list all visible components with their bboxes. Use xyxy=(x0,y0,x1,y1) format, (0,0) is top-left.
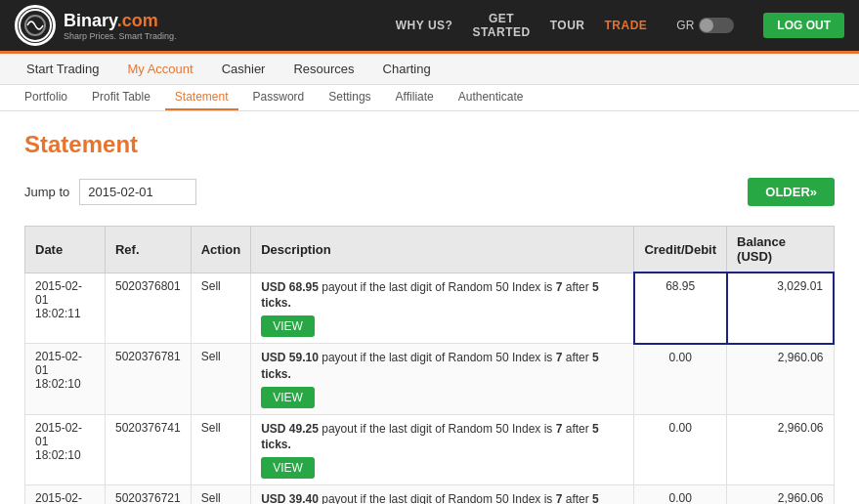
cell-description: USD 49.25 payout if the last digit of Ra… xyxy=(251,414,634,485)
col-description: Description xyxy=(251,227,634,273)
sub-nav-items: Portfolio Profit Table Statement Passwor… xyxy=(15,85,844,110)
cell-balance: 3,029.01 xyxy=(727,273,834,344)
nav-get-started[interactable]: GETSTARTED xyxy=(472,12,530,40)
cell-action: Sell xyxy=(191,344,250,415)
table-row: 2015-02-0118:02:10 5020376741 Sell USD 4… xyxy=(25,414,835,485)
logo-text: Binary.com Sharp Prices. Smart Trading. xyxy=(64,11,177,41)
jump-label: Jump to xyxy=(24,185,69,199)
col-ref: Ref. xyxy=(105,227,191,273)
desc-amount: USD 68.95 xyxy=(261,280,319,294)
nav-start-trading[interactable]: Start Trading xyxy=(15,54,110,84)
cell-date: 2015-02-0118:02:11 xyxy=(25,273,106,344)
content-area: Statement Jump to OLDER» Date Ref. Actio… xyxy=(0,111,859,504)
sub-nav-affiliate[interactable]: Affiliate xyxy=(386,85,444,110)
header: Binary.com Sharp Prices. Smart Trading. … xyxy=(0,0,859,51)
cell-credit: 0.00 xyxy=(634,414,727,485)
nav-resources[interactable]: Resources xyxy=(281,54,365,84)
jump-bar: Jump to OLDER» xyxy=(24,178,835,206)
cell-action: Sell xyxy=(191,273,250,344)
main-nav-items: Start Trading My Account Cashier Resourc… xyxy=(15,54,844,84)
view-button[interactable]: VIEW xyxy=(261,315,315,337)
cell-ref: 5020376741 xyxy=(105,414,191,485)
language-toggle: GR xyxy=(676,18,734,33)
toggle-knob xyxy=(700,19,713,32)
desc-amount: USD 49.25 xyxy=(261,422,319,436)
cell-balance: 2,960.06 xyxy=(727,344,834,415)
nav-why-us[interactable]: WHY US? xyxy=(396,19,453,32)
cell-credit: 0.00 xyxy=(634,485,727,504)
cell-balance: 2,960.06 xyxy=(727,485,834,504)
logo-area: Binary.com Sharp Prices. Smart Trading. xyxy=(15,5,177,46)
view-button[interactable]: VIEW xyxy=(261,457,315,479)
logo-icon xyxy=(15,5,56,46)
cell-description: USD 59.10 payout if the last digit of Ra… xyxy=(251,344,634,415)
cell-date: 2015-02-0118:02:10 xyxy=(25,485,106,504)
sub-nav-password[interactable]: Password xyxy=(243,85,315,110)
cell-ref: 5020376721 xyxy=(105,485,191,504)
nav-cashier[interactable]: Cashier xyxy=(210,54,278,84)
statement-table: Date Ref. Action Description Credit/Debi… xyxy=(24,226,835,504)
table-row: 2015-02-0118:02:10 5020376721 Sell USD 3… xyxy=(25,485,835,504)
sub-nav-profit-table[interactable]: Profit Table xyxy=(82,85,160,110)
cell-action: Sell xyxy=(191,414,250,485)
cell-date: 2015-02-0118:02:10 xyxy=(25,414,106,485)
table-row: 2015-02-0118:02:10 5020376781 Sell USD 5… xyxy=(25,344,835,415)
col-credit-debit: Credit/Debit xyxy=(634,227,727,273)
desc-amount: USD 39.40 xyxy=(261,492,319,504)
older-button[interactable]: OLDER» xyxy=(748,178,835,206)
col-date: Date xyxy=(25,227,106,273)
nav-my-account[interactable]: My Account xyxy=(115,54,204,84)
sub-nav-statement[interactable]: Statement xyxy=(165,85,238,110)
sub-nav: Portfolio Profit Table Statement Passwor… xyxy=(0,85,859,111)
page-title: Statement xyxy=(24,131,835,158)
lang-switch[interactable] xyxy=(699,18,734,33)
jump-input[interactable] xyxy=(79,179,196,205)
cell-balance: 2,960.06 xyxy=(727,414,834,485)
cell-ref: 5020376801 xyxy=(105,273,191,344)
cell-credit: 68.95 xyxy=(634,273,727,344)
sub-nav-portfolio[interactable]: Portfolio xyxy=(15,85,77,110)
nav-charting[interactable]: Charting xyxy=(371,54,443,84)
logout-button[interactable]: LOG OUT xyxy=(763,13,844,38)
cell-ref: 5020376781 xyxy=(105,344,191,415)
col-balance: Balance (USD) xyxy=(727,227,834,273)
main-nav: Start Trading My Account Cashier Resourc… xyxy=(0,54,859,85)
col-action: Action xyxy=(191,227,250,273)
sub-nav-authenticate[interactable]: Authenticate xyxy=(449,85,534,110)
header-nav: WHY US? GETSTARTED TOUR TRADE GR LOG OUT xyxy=(396,12,844,40)
lang-label: GR xyxy=(676,19,694,32)
desc-amount: USD 59.10 xyxy=(261,351,319,364)
table-row: 2015-02-0118:02:11 5020376801 Sell USD 6… xyxy=(25,273,835,344)
table-header-row: Date Ref. Action Description Credit/Debi… xyxy=(25,227,835,273)
sub-nav-settings[interactable]: Settings xyxy=(319,85,380,110)
nav-trade[interactable]: TRADE xyxy=(604,19,647,32)
cell-date: 2015-02-0118:02:10 xyxy=(25,344,106,415)
cell-credit: 0.00 xyxy=(634,344,727,415)
cell-action: Sell xyxy=(191,485,250,504)
view-button[interactable]: VIEW xyxy=(261,387,315,408)
nav-tour[interactable]: TOUR xyxy=(550,19,585,32)
cell-description: USD 68.95 payout if the last digit of Ra… xyxy=(251,273,634,344)
cell-description: USD 39.40 payout if the last digit of Ra… xyxy=(251,485,634,504)
